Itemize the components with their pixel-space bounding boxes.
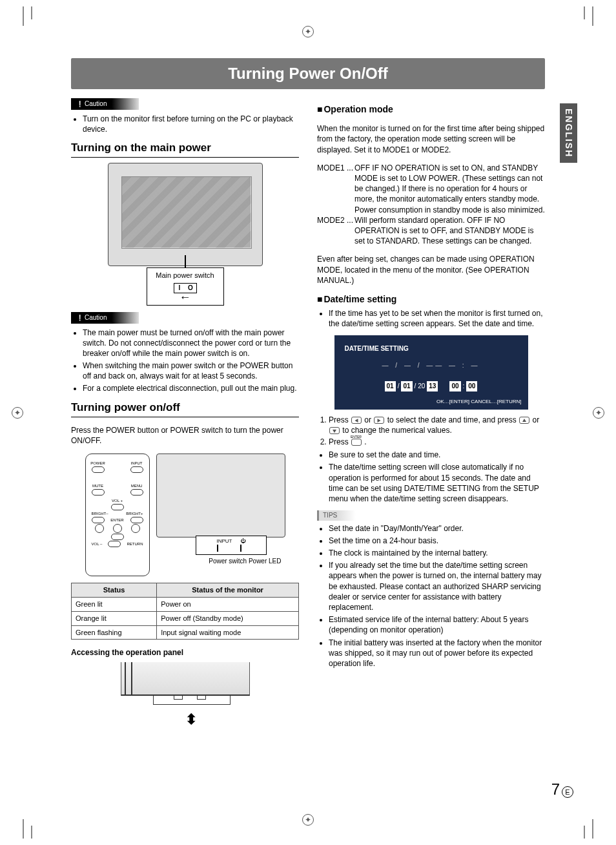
op-panel-heading: Accessing the operation panel bbox=[71, 647, 299, 658]
table-row: Green flashing Input signal waiting mode bbox=[72, 625, 299, 640]
registration-mark-icon: ✦ bbox=[593, 407, 604, 419]
steps-list: Press or to select the date and time, an… bbox=[329, 415, 545, 448]
up-button-icon bbox=[519, 417, 529, 424]
caution-list: Turn on the monitor first before turning… bbox=[71, 114, 299, 134]
caution-badge: Caution bbox=[71, 98, 139, 110]
status-table: Status Status of the monitor Green lit P… bbox=[71, 583, 299, 640]
body-text: When the monitor is turned on for the fi… bbox=[317, 123, 545, 155]
registration-mark-icon: ✦ bbox=[302, 814, 314, 826]
table-header: Status of the monitor bbox=[157, 583, 299, 597]
caution-item: For a complete electrical disconnection,… bbox=[83, 383, 299, 393]
panel-dashes: — / — / —— — : — bbox=[345, 361, 518, 370]
figure-datetime-screen: DATE/TIME SETTING — / — / —— — : — 01 / … bbox=[334, 335, 528, 410]
list-item: The clock is maintained by the internal … bbox=[329, 548, 545, 558]
panel-title: DATE/TIME SETTING bbox=[345, 344, 518, 353]
mode2-block: MODE2 ...Will perform standard operation… bbox=[317, 215, 545, 247]
panel-footer: OK…[ENTER] CANCEL…[RETURN] bbox=[436, 399, 522, 406]
left-button-icon bbox=[351, 417, 362, 424]
figure-monitor-back bbox=[108, 163, 263, 266]
list-item: Be sure to set the date and time. bbox=[329, 450, 545, 460]
mode1-block: MODE1 ...OFF IF NO OPERATION is set to O… bbox=[317, 163, 545, 215]
left-icon bbox=[92, 517, 105, 523]
registration-mark-icon: ✦ bbox=[302, 26, 314, 37]
up-icon bbox=[111, 504, 124, 510]
caution-item: The main power must be turned on/off wit… bbox=[83, 328, 299, 359]
right-button-icon bbox=[374, 417, 384, 424]
arrow-left-icon: ← bbox=[150, 293, 221, 301]
page-title: Turning Power On/Off bbox=[71, 58, 545, 89]
section-heading-main-power: Turning on the main power bbox=[71, 141, 299, 158]
down-icon bbox=[111, 534, 124, 540]
callout-main-power-switch: Main power switch I O ← bbox=[147, 267, 224, 306]
list-item: Set the date in "Day/Month/Year" order. bbox=[329, 523, 545, 534]
step-item: Press or to select the date and time, an… bbox=[329, 415, 545, 435]
tips-list: Set the date in "Day/Month/Year" order. … bbox=[317, 523, 545, 669]
caution-item: When switching the main power switch or … bbox=[83, 360, 299, 381]
caution-list: The main power must be turned on/off wit… bbox=[71, 328, 299, 394]
figure-labels: Power switch Power LED bbox=[156, 557, 285, 566]
caution-item: Turn on the monitor first before turning… bbox=[83, 114, 299, 134]
caution-badge: Caution bbox=[71, 312, 139, 324]
arrow-updown-icon: ⬍ bbox=[185, 710, 197, 729]
body-list: Be sure to set the date and time. The da… bbox=[317, 450, 545, 504]
body-list: If the time has yet to be set when the m… bbox=[317, 308, 545, 329]
list-item: If you already set the time but the date… bbox=[329, 560, 545, 612]
subsection-datetime: Date/time setting bbox=[317, 293, 545, 306]
list-item: Set the time on a 24-hour basis. bbox=[329, 536, 545, 546]
enter-button-icon bbox=[351, 439, 362, 446]
page-number: 7E bbox=[551, 779, 573, 800]
body-text: Even after being set, changes can be mad… bbox=[317, 254, 545, 286]
callout-label: Main power switch bbox=[156, 271, 214, 279]
step-item: Press . bbox=[329, 437, 545, 447]
language-tab: ENGLISH bbox=[560, 103, 577, 163]
figure-operation-panel: ⬍ bbox=[114, 662, 256, 727]
figure-monitor-front: INPUT ⏻ bbox=[156, 454, 285, 537]
intro-text: Press the POWER button or POWER switch t… bbox=[71, 425, 299, 446]
table-row: Green lit Power on bbox=[72, 597, 299, 611]
subsection-operation-mode: Operation mode bbox=[317, 103, 545, 116]
tips-badge: TIPS bbox=[317, 510, 356, 521]
section-heading-power-onoff: Turning power on/off bbox=[71, 401, 299, 417]
figure-power-panel: INPUT ⏻ bbox=[196, 536, 267, 555]
list-item: The initial battery was inserted at the … bbox=[329, 638, 545, 669]
down-button-icon bbox=[329, 427, 340, 434]
table-row: Orange lit Power off (Standby mode) bbox=[72, 611, 299, 625]
list-item: Estimated service life of the internal b… bbox=[329, 614, 545, 635]
right-icon bbox=[130, 517, 143, 523]
list-item: The date/time setting screen will close … bbox=[329, 462, 545, 504]
list-item: If the time has yet to be set when the m… bbox=[329, 308, 545, 329]
figure-remote: POWER INPUT MUTE MENU VOL + BRIGH bbox=[85, 454, 150, 576]
table-header: Status bbox=[72, 583, 157, 597]
registration-mark-icon: ✦ bbox=[12, 407, 23, 419]
